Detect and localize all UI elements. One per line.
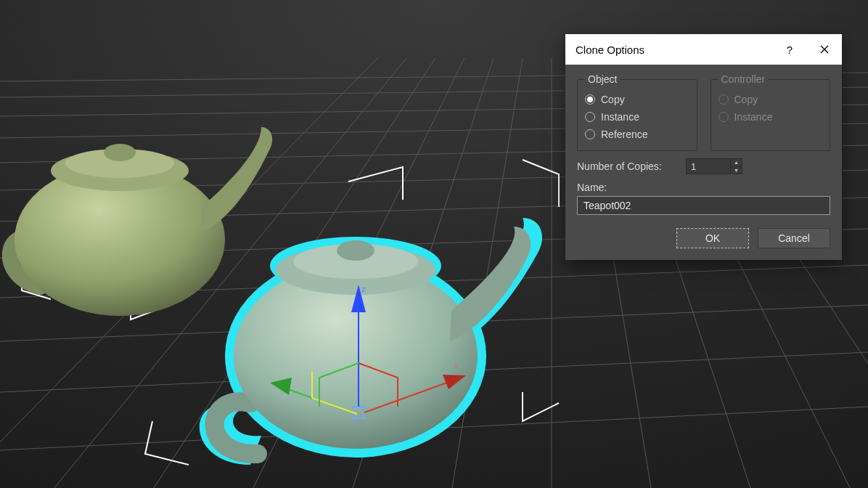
radio-label: Copy <box>734 94 758 105</box>
teapot-clone-selected <box>200 218 542 465</box>
spinner-down-icon[interactable]: ▼ <box>731 167 742 174</box>
radio-icon <box>718 112 729 122</box>
radio-label: Instance <box>601 111 639 123</box>
object-group: Object Copy Instance Reference <box>577 73 697 151</box>
help-button[interactable]: ? <box>772 34 807 65</box>
teapot-original <box>10 127 273 316</box>
radio-object-instance[interactable]: Instance <box>585 108 689 126</box>
svg-text:z: z <box>361 285 366 293</box>
copies-value: 1 <box>687 161 730 172</box>
copies-spinner[interactable]: 1 ▲ ▼ <box>686 158 742 174</box>
dialog-titlebar[interactable]: Clone Options ? <box>565 34 842 65</box>
controller-group: Controller Copy Instance <box>711 73 831 151</box>
dialog-title: Clone Options <box>576 44 644 56</box>
radio-icon <box>718 94 729 105</box>
copies-row: Number of Copies: 1 ▲ ▼ <box>577 158 830 174</box>
clone-options-dialog: Clone Options ? Object Copy Instance <box>565 34 842 260</box>
cancel-button[interactable]: Cancel <box>758 228 830 248</box>
svg-point-26 <box>104 144 136 161</box>
radio-label: Instance <box>734 111 773 123</box>
radio-icon <box>585 129 595 139</box>
radio-object-copy[interactable]: Copy <box>585 91 689 108</box>
controller-group-legend: Controller <box>718 73 769 85</box>
ok-button[interactable]: OK <box>676 228 749 248</box>
radio-controller-copy: Copy <box>718 91 823 108</box>
radio-icon <box>585 94 595 105</box>
name-label: Name: <box>577 182 830 193</box>
svg-text:y: y <box>276 369 280 378</box>
close-icon <box>820 44 829 56</box>
copies-label: Number of Copies: <box>577 160 686 172</box>
name-input[interactable] <box>577 196 830 215</box>
spinner-up-icon[interactable]: ▲ <box>731 159 742 167</box>
radio-label: Copy <box>601 94 625 105</box>
svg-point-32 <box>337 240 374 261</box>
svg-text:x: x <box>454 362 459 370</box>
radio-controller-instance: Instance <box>718 108 823 126</box>
radio-object-reference[interactable]: Reference <box>585 126 689 143</box>
radio-label: Reference <box>601 129 648 140</box>
radio-icon <box>585 112 595 122</box>
object-group-legend: Object <box>585 73 620 85</box>
help-icon: ? <box>787 44 793 56</box>
close-button[interactable] <box>807 34 842 65</box>
